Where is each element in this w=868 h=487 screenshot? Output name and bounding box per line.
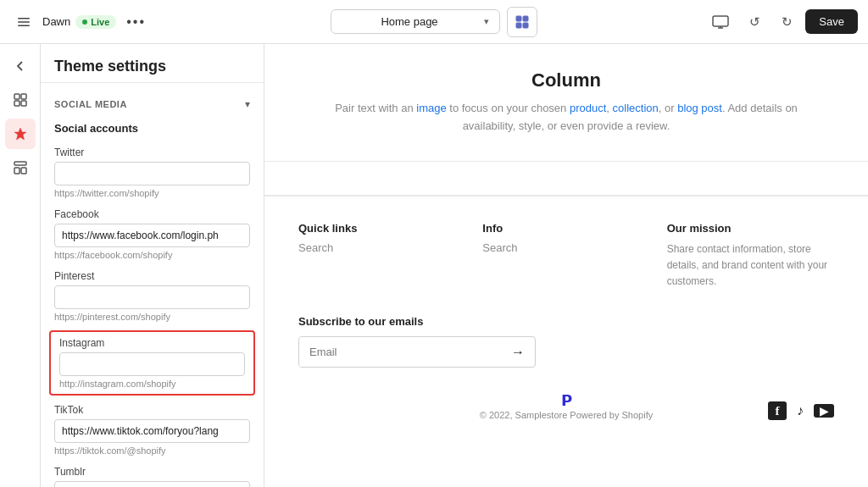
pinterest-field-group: Pinterest https://pinterest.com/shopify: [41, 265, 264, 327]
social-media-label: SOCIAL MEDIA: [54, 99, 127, 109]
facebook-label: Facebook: [54, 208, 250, 220]
tumblr-field-group: Tumblr https://shopify.tumblr.com: [41, 461, 264, 487]
settings-panel-header: Theme settings: [41, 44, 264, 83]
view-toggle-button[interactable]: [507, 7, 537, 37]
twitter-hint: https://twitter.com/shopify: [54, 188, 250, 198]
twitter-label: Twitter: [54, 147, 250, 158]
social-media-section-header[interactable]: SOCIAL MEDIA ▾: [41, 90, 264, 119]
svg-rect-1: [18, 21, 30, 23]
footer-col1-link-1[interactable]: Search: [298, 241, 465, 254]
theme-settings-title: Theme settings: [54, 58, 166, 75]
facebook-field-group: Facebook https://facebook.com/shopify: [41, 203, 264, 265]
paypal-icon: 𝗣: [561, 391, 572, 410]
live-badge: Live: [75, 15, 116, 29]
facebook-social-icon[interactable]: f: [768, 401, 787, 420]
footer-social-col: f ♪ ▶: [655, 401, 834, 420]
tiktok-label: TikTok: [54, 404, 250, 416]
column-link-collection[interactable]: collection: [613, 102, 659, 114]
footer-bottom: 𝗣 © 2022, Samplestore Powered by Shopify…: [298, 385, 834, 420]
tiktok-field-group: TikTok https://tiktok.com/@shopify: [41, 399, 264, 461]
preview-area: Column Pair text with an image to focus …: [264, 44, 868, 487]
footer-grid: Quick links Search Info Search Our missi…: [298, 222, 834, 291]
tiktok-social-icon[interactable]: ♪: [797, 403, 804, 418]
column-desc: Pair text with an image to focus on your…: [312, 100, 821, 136]
svg-rect-10: [14, 94, 19, 99]
pinterest-input[interactable]: [54, 285, 250, 309]
main-layout: Theme settings SOCIAL MEDIA ▾ Social acc…: [0, 44, 868, 487]
footer-copyright: © 2022, Samplestore Powered by Shopify: [477, 410, 656, 420]
icon-rail: [0, 44, 41, 487]
instagram-field-group: Instagram http://instagram.com/shopify: [49, 330, 255, 396]
column-link-blog[interactable]: blog post: [677, 102, 722, 114]
instagram-hint: http://instagram.com/shopify: [59, 379, 245, 389]
email-input-row: →: [298, 336, 536, 368]
page-selector[interactable]: Home page ▾: [331, 9, 500, 34]
email-input[interactable]: [299, 337, 501, 367]
facebook-hint: https://facebook.com/shopify: [54, 250, 250, 260]
tiktok-input[interactable]: [54, 419, 250, 443]
svg-rect-6: [523, 23, 528, 28]
rail-theme-settings-button[interactable]: [5, 119, 36, 149]
column-link-image[interactable]: image: [416, 102, 446, 114]
facebook-input[interactable]: [54, 224, 250, 247]
instagram-label: Instagram: [59, 337, 245, 349]
svg-rect-0: [18, 18, 30, 19]
subscribe-section: Subscribe to our emails →: [298, 315, 834, 368]
preview-scroll[interactable]: Column Pair text with an image to focus …: [264, 44, 868, 487]
footer-col3-desc: Share contact information, store details…: [667, 241, 834, 291]
column-link-product[interactable]: product: [570, 102, 606, 114]
top-bar-right: ↺ ↻ Save: [580, 7, 858, 37]
tumblr-input[interactable]: [54, 481, 250, 487]
instagram-input[interactable]: [59, 352, 245, 376]
rail-back-button[interactable]: [5, 51, 36, 81]
svg-rect-3: [516, 16, 521, 21]
rail-sections-button[interactable]: [5, 85, 36, 115]
email-submit-button[interactable]: →: [501, 338, 535, 367]
svg-rect-13: [21, 101, 26, 106]
svg-rect-12: [14, 101, 19, 106]
desktop-view-button[interactable]: [705, 7, 736, 37]
footer-section: Quick links Search Info Search Our missi…: [264, 196, 868, 446]
subscribe-title: Subscribe to our emails: [298, 315, 834, 328]
tumblr-label: Tumblr: [54, 466, 250, 478]
more-button[interactable]: •••: [121, 11, 151, 33]
svg-rect-16: [21, 168, 26, 174]
redo-button[interactable]: ↻: [773, 8, 800, 36]
svg-rect-7: [713, 16, 728, 26]
twitter-input[interactable]: [54, 162, 250, 185]
youtube-social-icon[interactable]: ▶: [814, 404, 834, 418]
settings-panel-content: SOCIAL MEDIA ▾ Social accounts Twitter h…: [41, 83, 264, 487]
social-media-section: SOCIAL MEDIA ▾ Social accounts Twitter h…: [41, 90, 264, 487]
footer-col3-title: Our mission: [667, 222, 834, 235]
svg-rect-4: [523, 16, 528, 21]
svg-rect-2: [18, 25, 30, 26]
footer-col1-title: Quick links: [298, 222, 465, 235]
settings-panel: Theme settings SOCIAL MEDIA ▾ Social acc…: [41, 44, 264, 487]
rail-layout-button[interactable]: [5, 152, 36, 183]
chevron-down-icon: ▾: [484, 16, 489, 27]
social-accounts-title: Social accounts: [41, 119, 264, 141]
footer-col2-link-1[interactable]: Search: [482, 241, 649, 254]
svg-rect-15: [14, 168, 19, 174]
column-section: Column Pair text with an image to focus …: [264, 44, 868, 162]
payment-row: 𝗣: [477, 391, 656, 410]
store-name: Dawn: [42, 15, 70, 28]
top-bar-center: Home page ▾: [295, 7, 573, 37]
social-icons-row: f ♪ ▶: [768, 401, 834, 420]
twitter-field-group: Twitter https://twitter.com/shopify: [41, 141, 264, 203]
back-button[interactable]: [10, 8, 37, 36]
svg-rect-11: [21, 94, 26, 99]
top-bar-left: Dawn Live •••: [10, 8, 288, 36]
svg-rect-14: [14, 162, 26, 165]
undo-button[interactable]: ↺: [741, 8, 768, 36]
preview-spacer: [264, 162, 868, 196]
footer-col2-title: Info: [482, 222, 649, 235]
footer-col-1: Quick links Search: [298, 222, 465, 291]
top-bar: Dawn Live ••• Home page ▾: [0, 0, 868, 44]
footer-col-3: Our mission Share contact information, s…: [667, 222, 834, 291]
save-button[interactable]: Save: [805, 9, 858, 34]
live-dot: [82, 19, 87, 25]
pinterest-hint: https://pinterest.com/shopify: [54, 312, 250, 322]
column-title: Column: [281, 69, 851, 91]
section-chevron-icon: ▾: [245, 98, 250, 110]
